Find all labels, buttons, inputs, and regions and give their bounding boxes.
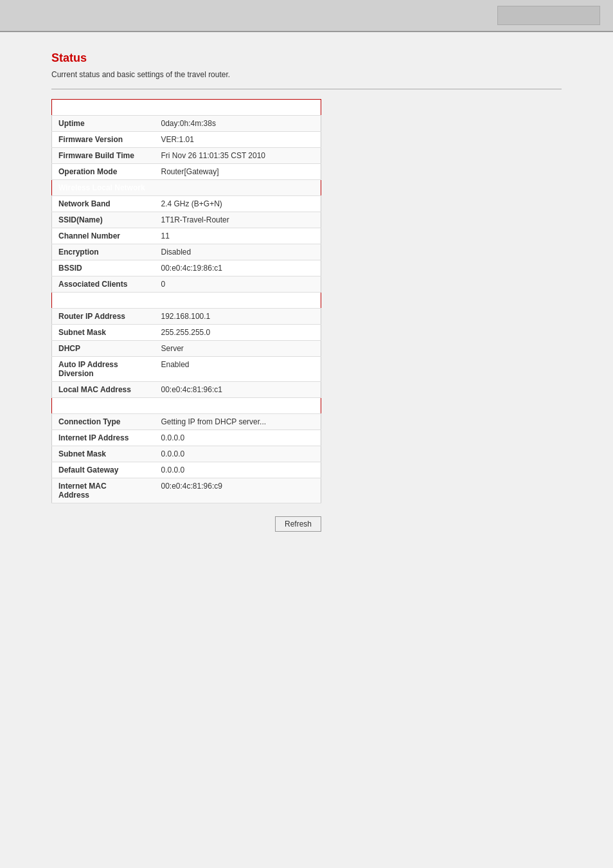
- row-label: Connection Type: [52, 414, 155, 430]
- table-row: Firmware VersionVER:1.01: [52, 132, 321, 148]
- section-header-system-information: System Information: [52, 100, 321, 116]
- row-label: SSID(Name): [52, 212, 155, 228]
- table-row: Operation ModeRouter[Gateway]: [52, 164, 321, 180]
- top-bar-box: [497, 6, 600, 25]
- row-label: Network Band: [52, 196, 155, 212]
- main-content: Status Current status and basic settings…: [0, 32, 613, 551]
- row-value: 0: [155, 276, 321, 293]
- row-value: 0.0.0.0: [155, 462, 321, 478]
- divider: [51, 89, 562, 89]
- table-row: Internet IP Address0.0.0.0: [52, 430, 321, 446]
- table-row: Associated Clients0: [52, 276, 321, 293]
- section-header-wireless-local-network: Wireless Local Network: [52, 180, 321, 196]
- row-value: 0.0.0.0: [155, 446, 321, 462]
- table-row: DHCPServer: [52, 341, 321, 357]
- section-header-local-network: Local Network: [52, 293, 321, 309]
- row-label: Default Gateway: [52, 462, 155, 478]
- row-label: Firmware Version: [52, 132, 155, 148]
- table-row: Local MAC Address00:e0:4c:81:96:c1: [52, 382, 321, 398]
- row-value: Disabled: [155, 244, 321, 260]
- row-value: Enabled: [155, 357, 321, 382]
- table-row: Auto IP AddressDiversionEnabled: [52, 357, 321, 382]
- table-row: Firmware Build TimeFri Nov 26 11:01:35 C…: [52, 148, 321, 164]
- row-value: 00:e0:4c:81:96:c9: [155, 478, 321, 503]
- row-label: Operation Mode: [52, 164, 155, 180]
- status-table: System InformationUptime0day:0h:4m:38sFi…: [51, 99, 321, 503]
- table-row: SSID(Name)1T1R-Travel-Router: [52, 212, 321, 228]
- row-value: Getting IP from DHCP server...: [155, 414, 321, 430]
- row-value: 00:e0:4c:19:86:c1: [155, 260, 321, 276]
- row-label: Encryption: [52, 244, 155, 260]
- row-label: Router IP Address: [52, 309, 155, 325]
- row-value: 1T1R-Travel-Router: [155, 212, 321, 228]
- row-label: Associated Clients: [52, 276, 155, 293]
- table-row: Default Gateway0.0.0.0: [52, 462, 321, 478]
- table-row: Subnet Mask0.0.0.0: [52, 446, 321, 462]
- table-row: Uptime0day:0h:4m:38s: [52, 116, 321, 132]
- table-row: Router IP Address192.168.100.1: [52, 309, 321, 325]
- row-label: Auto IP AddressDiversion: [52, 357, 155, 382]
- row-label: Internet MACAddress: [52, 478, 155, 503]
- table-row: Internet MACAddress00:e0:4c:81:96:c9: [52, 478, 321, 503]
- row-value: 192.168.100.1: [155, 309, 321, 325]
- row-value: Router[Gateway]: [155, 164, 321, 180]
- row-value: 00:e0:4c:81:96:c1: [155, 382, 321, 398]
- row-label: Channel Number: [52, 228, 155, 244]
- row-value: Fri Nov 26 11:01:35 CST 2010: [155, 148, 321, 164]
- row-label: Subnet Mask: [52, 446, 155, 462]
- row-label: BSSID: [52, 260, 155, 276]
- row-value: Server: [155, 341, 321, 357]
- row-value: 255.255.255.0: [155, 325, 321, 341]
- row-value: 0.0.0.0: [155, 430, 321, 446]
- table-row: Network Band2.4 GHz (B+G+N): [52, 196, 321, 212]
- refresh-area: Refresh: [51, 516, 321, 532]
- section-header-internet-connection: Internet Connection: [52, 398, 321, 414]
- row-label: DHCP: [52, 341, 155, 357]
- row-value: VER:1.01: [155, 132, 321, 148]
- row-label: Internet IP Address: [52, 430, 155, 446]
- page-description: Current status and basic settings of the…: [51, 70, 562, 79]
- row-value: 11: [155, 228, 321, 244]
- row-label: Local MAC Address: [52, 382, 155, 398]
- table-row: Subnet Mask255.255.255.0: [52, 325, 321, 341]
- table-row: Channel Number11: [52, 228, 321, 244]
- row-label: Uptime: [52, 116, 155, 132]
- row-value: 2.4 GHz (B+G+N): [155, 196, 321, 212]
- refresh-button[interactable]: Refresh: [275, 516, 321, 532]
- row-label: Subnet Mask: [52, 325, 155, 341]
- row-value: 0day:0h:4m:38s: [155, 116, 321, 132]
- table-row: BSSID00:e0:4c:19:86:c1: [52, 260, 321, 276]
- table-row: Connection TypeGetting IP from DHCP serv…: [52, 414, 321, 430]
- top-bar: [0, 0, 613, 32]
- page-title: Status: [51, 51, 562, 65]
- row-label: Firmware Build Time: [52, 148, 155, 164]
- table-row: EncryptionDisabled: [52, 244, 321, 260]
